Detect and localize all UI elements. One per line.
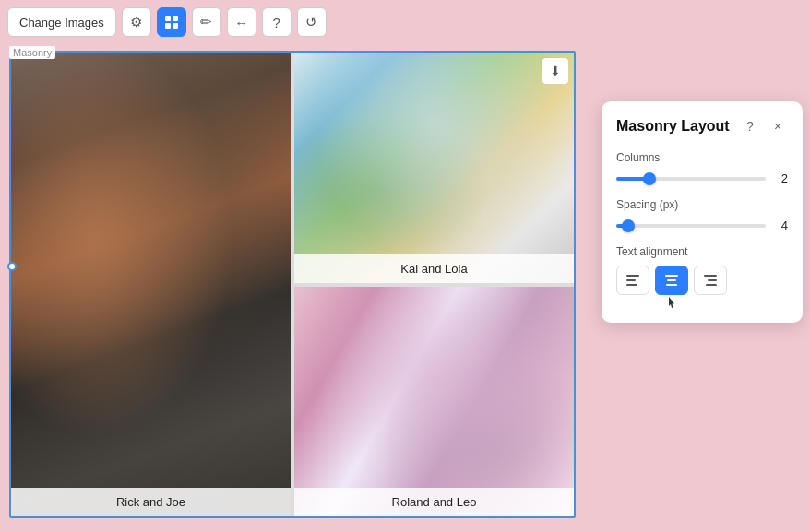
panel-title: Masonry Layout (616, 118, 730, 135)
svg-rect-3 (173, 23, 178, 29)
layout-icon (164, 15, 179, 30)
rick-caption: Rick and Joe (11, 488, 291, 516)
list-item[interactable]: ⬇ Kai and Lola (294, 53, 574, 283)
svg-rect-1 (173, 16, 178, 21)
edit-button[interactable]: ✏ (192, 7, 221, 37)
columns-label: Columns (616, 151, 788, 164)
masonry-layout-panel: Masonry Layout ? × Columns 2 Spacing (px… (602, 101, 803, 323)
spacing-slider-thumb[interactable] (622, 219, 635, 232)
svg-rect-0 (165, 16, 171, 21)
change-images-button[interactable]: Change Images (7, 7, 116, 37)
align-center-button[interactable] (655, 266, 688, 295)
columns-slider-row: 2 (616, 171, 788, 185)
svg-rect-12 (706, 284, 717, 286)
toolbar: Change Images ⚙ ✏ ↔ ? ↺ (7, 7, 327, 37)
columns-section: Columns 2 (616, 151, 788, 185)
svg-rect-11 (708, 279, 717, 281)
align-right-icon (704, 275, 717, 286)
masonry-container: Rick and Joe ⬇ Kai and Lola Roland and L… (9, 51, 576, 518)
align-center-wrap (655, 266, 688, 295)
flip-button[interactable]: ↔ (227, 7, 256, 37)
spacing-slider-row: 4 (616, 219, 788, 232)
text-alignment-label: Text alignment (616, 245, 788, 258)
list-item[interactable]: Roland and Leo (294, 287, 574, 517)
kai-caption: Kai and Lola (294, 254, 574, 283)
columns-value: 2 (773, 171, 788, 185)
panel-close-button[interactable]: × (768, 116, 788, 136)
text-alignment-section: Text alignment (616, 245, 788, 295)
settings-button[interactable]: ⚙ (122, 7, 151, 37)
spacing-label: Spacing (px) (616, 198, 788, 211)
svg-rect-4 (626, 275, 639, 277)
align-center-icon (665, 275, 678, 286)
svg-rect-9 (666, 284, 677, 286)
roland-caption: Roland and Leo (294, 488, 574, 516)
masonry-label: Masonry (9, 46, 55, 59)
download-button[interactable]: ⬇ (542, 58, 568, 84)
text-align-row (616, 266, 788, 295)
help-button[interactable]: ? (262, 7, 292, 37)
panel-header-icons: ? × (740, 116, 788, 136)
panel-header: Masonry Layout ? × (616, 116, 788, 136)
svg-rect-2 (165, 23, 171, 29)
roland-photo (294, 287, 574, 517)
spacing-value: 4 (773, 219, 788, 232)
spacing-slider-track[interactable] (616, 224, 766, 228)
svg-rect-8 (667, 279, 676, 281)
columns-slider-thumb[interactable] (643, 172, 656, 185)
layout-button[interactable] (157, 7, 186, 37)
svg-rect-10 (704, 275, 717, 277)
list-item[interactable]: Rick and Joe (11, 53, 291, 516)
align-left-icon (626, 275, 639, 286)
columns-slider-track[interactable] (616, 177, 766, 181)
refresh-button[interactable]: ↺ (297, 7, 327, 37)
cursor-icon (667, 297, 676, 310)
align-left-button[interactable] (616, 266, 649, 295)
svg-rect-6 (626, 284, 637, 286)
align-right-button[interactable] (694, 266, 727, 295)
resize-handle[interactable] (7, 262, 17, 271)
panel-help-button[interactable]: ? (740, 116, 760, 136)
kai-photo (294, 53, 574, 283)
svg-rect-7 (665, 275, 678, 277)
svg-rect-5 (626, 279, 636, 281)
spacing-section: Spacing (px) 4 (616, 198, 788, 232)
rick-photo (11, 53, 291, 516)
